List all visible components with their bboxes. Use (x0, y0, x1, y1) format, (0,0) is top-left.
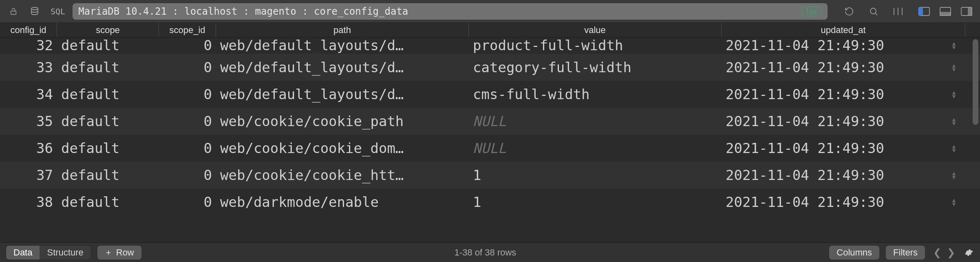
cell-scope[interactable]: default (57, 54, 159, 81)
cell-config_id[interactable]: 33 (0, 54, 57, 81)
refresh-icon[interactable] (842, 4, 856, 18)
svg-rect-9 (940, 12, 951, 16)
col-header-config_id[interactable]: config_id (0, 23, 57, 37)
col-header-scope_id[interactable]: scope_id (159, 23, 216, 37)
col-header-value[interactable]: value (469, 23, 722, 37)
table-row[interactable]: 33 default 0 web/default_layouts/d… cate… (0, 54, 980, 81)
plus-icon (105, 249, 112, 256)
cell-config_id[interactable]: 37 (0, 162, 57, 189)
cell-updated_at[interactable]: 2021-11-04 21:49:30 ▲▼ (722, 38, 965, 53)
svg-rect-11 (968, 7, 972, 16)
database-icon[interactable] (28, 4, 42, 18)
cell-value[interactable]: 1 (469, 189, 722, 215)
cell-config_id[interactable]: 36 (0, 135, 57, 162)
columns-button[interactable]: Columns (829, 245, 880, 260)
lock-icon[interactable] (7, 4, 20, 18)
add-row-button[interactable]: Row (97, 245, 142, 260)
next-page-icon[interactable]: ❯ (945, 247, 957, 258)
cell-scope_id[interactable]: 0 (159, 54, 216, 81)
cell-value[interactable]: product-full-width (469, 38, 722, 53)
cell-scope_id[interactable]: 0 (159, 108, 216, 135)
cell-config_id[interactable]: 38 (0, 189, 57, 215)
tab-structure[interactable]: Structure (40, 246, 90, 260)
view-tabs: Data Structure (6, 245, 91, 260)
cell-scope[interactable]: default (57, 38, 159, 53)
gear-icon[interactable] (963, 247, 974, 258)
cell-updated_at[interactable]: 2021-11-04 21:49:30 ▲▼ (722, 81, 965, 108)
sql-label[interactable]: SQL (51, 7, 65, 16)
layout-right-icon[interactable] (960, 4, 973, 18)
cell-path[interactable]: web/default_layouts/d… (216, 54, 469, 81)
cell-scope_id[interactable]: 0 (159, 38, 216, 53)
scrollbar[interactable] (972, 38, 979, 242)
cell-updated_at[interactable]: 2021-11-04 21:49:30 ▲▼ (722, 108, 965, 135)
cell-value[interactable]: NULL (469, 108, 722, 135)
scrollbar-thumb[interactable] (973, 39, 978, 125)
table-row[interactable]: 34 default 0 web/default_layouts/d… cms-… (0, 81, 980, 108)
layout-bottom-icon[interactable] (938, 4, 952, 18)
cell-scope[interactable]: default (57, 81, 159, 108)
breadcrumb-text: MariaDB 10.4.21 : localhost : magento : … (78, 6, 798, 17)
cell-path[interactable]: web/cookie/cookie_htt… (216, 162, 469, 189)
stepper-icon[interactable]: ▲▼ (947, 41, 961, 49)
stepper-icon[interactable]: ▲▼ (947, 198, 961, 206)
stepper-icon[interactable]: ▲▼ (947, 171, 961, 179)
breadcrumb-bar[interactable]: MariaDB 10.4.21 : localhost : magento : … (73, 3, 828, 20)
svg-point-1 (31, 7, 38, 10)
cell-config_id[interactable]: 35 (0, 108, 57, 135)
cell-path[interactable]: web/cookie/cookie_dom… (216, 135, 469, 162)
col-header-updated_at[interactable]: updated_at (722, 23, 965, 37)
toolbar-right-icons (842, 4, 905, 18)
svg-point-2 (870, 8, 876, 14)
col-header-gutter (965, 23, 980, 37)
prev-page-icon[interactable]: ❮ (931, 247, 943, 258)
col-header-scope[interactable]: scope (57, 23, 159, 37)
data-grid[interactable]: 32 default 0 web/default_layouts/d… prod… (0, 38, 980, 242)
tab-data[interactable]: Data (6, 246, 40, 260)
cell-updated_at[interactable]: 2021-11-04 21:49:30 ▲▼ (722, 162, 965, 189)
table-row[interactable]: 37 default 0 web/cookie/cookie_htt… 1 20… (0, 162, 980, 189)
stepper-icon[interactable]: ▲▼ (947, 144, 961, 152)
cell-scope_id[interactable]: 0 (159, 81, 216, 108)
loc-badge: loc (802, 7, 822, 16)
col-header-path[interactable]: path (216, 23, 469, 37)
cell-value[interactable]: cms-full-width (469, 81, 722, 108)
footer: Data Structure Row 1-38 of 38 rows Colum… (0, 242, 980, 262)
cell-config_id[interactable]: 32 (0, 38, 57, 53)
cell-scope[interactable]: default (57, 135, 159, 162)
cell-scope[interactable]: default (57, 162, 159, 189)
stepper-icon[interactable]: ▲▼ (947, 90, 961, 98)
table-row[interactable]: 36 default 0 web/cookie/cookie_dom… NULL… (0, 135, 980, 162)
cell-scope_id[interactable]: 0 (159, 162, 216, 189)
cell-path[interactable]: web/cookie/cookie_path (216, 108, 469, 135)
cell-updated_at[interactable]: 2021-11-04 21:49:30 ▲▼ (722, 189, 965, 215)
cell-updated_at[interactable]: 2021-11-04 21:49:30 ▲▼ (722, 135, 965, 162)
cell-updated_at[interactable]: 2021-11-04 21:49:30 ▲▼ (722, 54, 965, 81)
cell-scope_id[interactable]: 0 (159, 135, 216, 162)
stepper-icon[interactable]: ▲▼ (947, 63, 961, 71)
column-headers: config_id scope scope_id path value upda… (0, 23, 980, 38)
layout-toggle-icons (917, 4, 973, 18)
table-row[interactable]: 35 default 0 web/cookie/cookie_path NULL… (0, 108, 980, 135)
svg-rect-7 (919, 7, 923, 16)
cell-value[interactable]: 1 (469, 162, 722, 189)
table-row[interactable]: 32 default 0 web/default_layouts/d… prod… (0, 38, 980, 54)
panel-columns-icon[interactable] (891, 4, 905, 18)
pager: ❮ ❯ (931, 247, 957, 258)
filters-button[interactable]: Filters (885, 245, 925, 260)
cell-path[interactable]: web/default_layouts/d… (216, 81, 469, 108)
svg-rect-0 (11, 11, 16, 14)
row-status: 1-38 of 38 rows (148, 247, 823, 258)
layout-left-icon[interactable] (917, 4, 931, 18)
cell-scope_id[interactable]: 0 (159, 189, 216, 215)
search-icon[interactable] (867, 4, 881, 18)
stepper-icon[interactable]: ▲▼ (947, 117, 961, 125)
cell-value[interactable]: NULL (469, 135, 722, 162)
cell-scope[interactable]: default (57, 108, 159, 135)
cell-config_id[interactable]: 34 (0, 81, 57, 108)
cell-value[interactable]: category-full-width (469, 54, 722, 81)
table-row[interactable]: 38 default 0 web/darkmode/enable 1 2021-… (0, 189, 980, 215)
cell-path[interactable]: web/default_layouts/d… (216, 38, 469, 53)
cell-scope[interactable]: default (57, 189, 159, 215)
cell-path[interactable]: web/darkmode/enable (216, 189, 469, 215)
